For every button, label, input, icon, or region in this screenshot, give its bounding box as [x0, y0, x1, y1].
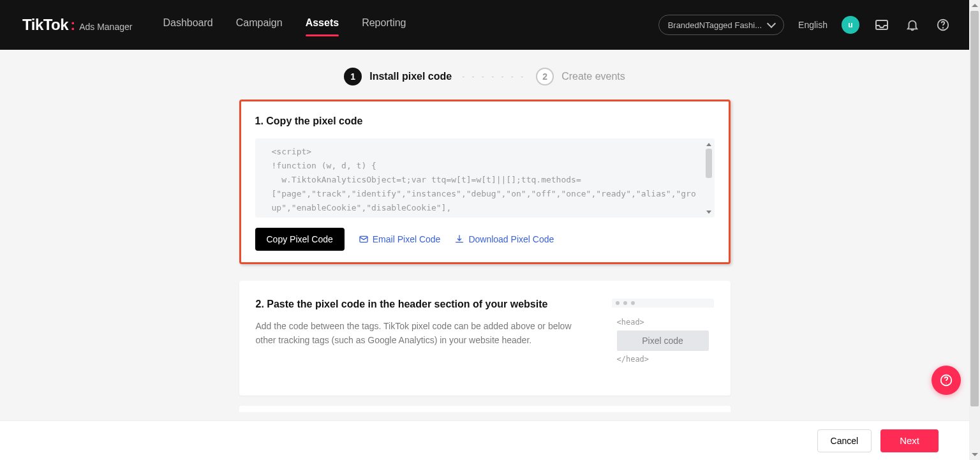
copy-pixel-title: 1. Copy the pixel code [255, 115, 715, 127]
paste-pixel-description: Add the code between the tags. TikTok pi… [256, 319, 575, 347]
page-scroll-up-icon[interactable] [969, 0, 980, 11]
paste-pixel-card: 2. Paste the pixel code in the header se… [239, 281, 731, 396]
header-diagram: <head> Pixel code </head> [612, 299, 714, 374]
primary-nav: Dashboard Campaign Assets Reporting [163, 17, 406, 33]
step-1-label: Install pixel code [369, 71, 452, 82]
scroll-thumb[interactable] [706, 149, 712, 178]
scroll-up-icon[interactable] [704, 140, 713, 149]
content-area: 1 Install pixel code - - - - - - - 2 Cre… [0, 50, 969, 420]
nav-reporting[interactable]: Reporting [362, 17, 406, 33]
pixel-code-text: <script> !function (w, d, t) { w.TiktokA… [272, 145, 697, 218]
help-icon[interactable] [935, 17, 951, 33]
logo-brand: TikTok [22, 16, 68, 34]
app-logo[interactable]: TikTok: Ads Manager [22, 16, 132, 34]
step-divider: - - - - - - - [462, 72, 526, 81]
step-install-pixel[interactable]: 1 Install pixel code [344, 68, 452, 85]
email-pixel-link[interactable]: Email Pixel Code [359, 234, 441, 244]
mail-icon [359, 234, 369, 244]
copy-pixel-card: 1. Copy the pixel code <script> !functio… [239, 100, 731, 264]
svg-point-2 [943, 27, 944, 28]
account-switcher[interactable]: BrandedNTagged Fashi... [658, 15, 784, 35]
page-scroll-thumb[interactable] [970, 11, 979, 406]
step-create-events[interactable]: 2 Create events [536, 68, 625, 85]
pixel-code-box[interactable]: <script> !function (w, d, t) { w.TiktokA… [255, 138, 715, 218]
nav-assets[interactable]: Assets [306, 17, 339, 33]
email-pixel-label: Email Pixel Code [373, 234, 441, 244]
copy-pixel-button[interactable]: Copy Pixel Code [255, 228, 345, 251]
question-icon [939, 373, 953, 387]
nav-campaign[interactable]: Campaign [236, 17, 283, 33]
cancel-button[interactable]: Cancel [817, 429, 872, 452]
next-button[interactable]: Next [880, 429, 939, 452]
next-card-peek [239, 406, 731, 412]
bell-icon[interactable] [904, 17, 921, 33]
download-pixel-link[interactable]: Download Pixel Code [454, 234, 554, 244]
step-2-label: Create events [561, 71, 625, 82]
head-open-tag: <head> [617, 318, 709, 327]
head-close-tag: </head> [617, 355, 709, 364]
pixel-actions: Copy Pixel Code Email Pixel Code Downloa… [255, 228, 715, 251]
logo-colon: : [70, 16, 75, 34]
logo-subtitle: Ads Manager [79, 22, 132, 32]
stepper: 1 Install pixel code - - - - - - - 2 Cre… [0, 50, 969, 100]
page-scroll-down-icon[interactable] [969, 449, 980, 460]
svg-point-5 [946, 383, 946, 383]
top-nav-bar: TikTok: Ads Manager Dashboard Campaign A… [0, 0, 980, 50]
top-right-controls: BrandedNTagged Fashi... English u [658, 15, 951, 35]
footer-bar: Cancel Next [0, 420, 969, 460]
page-scrollbar[interactable] [969, 0, 980, 460]
avatar[interactable]: u [842, 16, 859, 34]
step-1-number: 1 [344, 68, 362, 85]
language-selector[interactable]: English [798, 20, 828, 30]
code-scrollbar[interactable] [704, 140, 713, 216]
inbox-icon[interactable] [873, 17, 890, 33]
download-icon [454, 234, 464, 244]
scroll-down-icon[interactable] [704, 207, 713, 216]
pixel-code-placeholder: Pixel code [617, 330, 709, 351]
chevron-down-icon [767, 19, 776, 28]
help-fab[interactable] [932, 366, 961, 395]
nav-dashboard[interactable]: Dashboard [163, 17, 212, 33]
account-name: BrandedNTagged Fashi... [668, 20, 762, 30]
step-2-number: 2 [536, 68, 554, 85]
window-dots-icon [612, 299, 714, 308]
paste-pixel-title: 2. Paste the pixel code in the header se… [256, 299, 586, 310]
download-pixel-label: Download Pixel Code [468, 234, 554, 244]
